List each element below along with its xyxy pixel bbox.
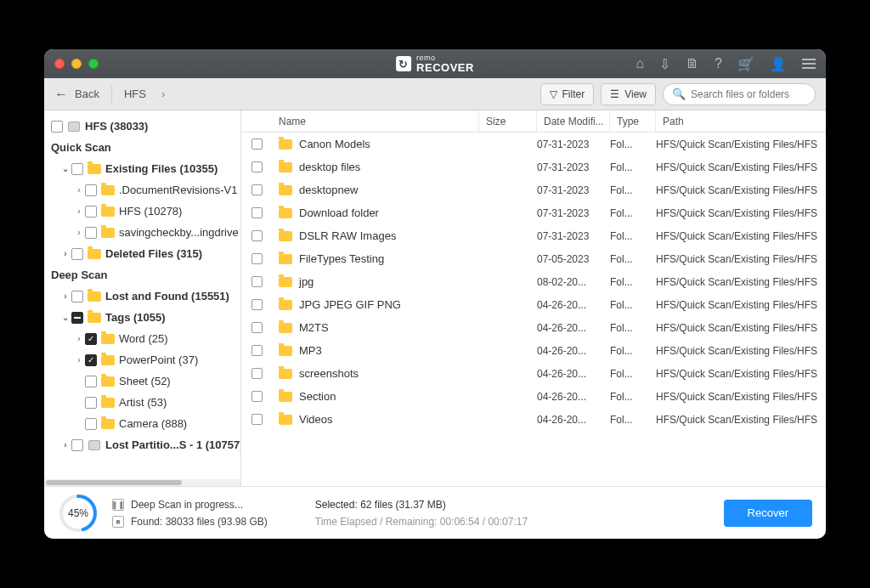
- tree-item[interactable]: › savingcheckby...ingdrive: [44, 222, 241, 243]
- tree-label: Sheet (52): [119, 375, 241, 387]
- header-name[interactable]: Name: [272, 110, 479, 132]
- table-row[interactable]: M2TS04-26-20...Fol...HFS/Quick Scan/Exis…: [241, 316, 826, 339]
- row-checkbox[interactable]: [251, 414, 263, 425]
- header-date[interactable]: Date Modifi...: [537, 110, 610, 132]
- collapse-icon[interactable]: ⌄: [59, 164, 71, 173]
- expand-icon[interactable]: ›: [59, 249, 71, 258]
- sidebar-scrollbar[interactable]: [44, 479, 240, 486]
- checkbox[interactable]: [51, 121, 63, 133]
- search-input[interactable]: [691, 88, 806, 100]
- table-row[interactable]: desktop files07-31-2023Fol...HFS/Quick S…: [241, 155, 826, 178]
- expand-icon[interactable]: ›: [59, 291, 71, 301]
- table-row[interactable]: DSLR RAW Images07-31-2023Fol...HFS/Quick…: [241, 224, 826, 247]
- tree-lost-found[interactable]: › Lost and Found (15551): [44, 286, 241, 307]
- checkbox[interactable]: [85, 184, 97, 196]
- row-name: jpg: [299, 275, 314, 288]
- expand-icon[interactable]: ›: [73, 185, 85, 195]
- view-button[interactable]: ☰ View: [601, 83, 656, 105]
- download-icon[interactable]: ⇩: [659, 56, 670, 72]
- row-type: Fol...: [610, 253, 656, 265]
- row-checkbox[interactable]: [251, 139, 263, 150]
- drive-icon: [66, 121, 82, 133]
- table-row[interactable]: MP304-26-20...Fol...HFS/Quick Scan/Exist…: [241, 339, 826, 362]
- row-checkbox[interactable]: [251, 230, 263, 241]
- tree-root[interactable]: HFS (38033): [44, 116, 241, 137]
- minimize-window[interactable]: [71, 59, 82, 69]
- zoom-window[interactable]: [88, 59, 99, 69]
- checkbox-checked[interactable]: ✓: [85, 333, 97, 345]
- row-type: Fol...: [610, 184, 656, 196]
- checkbox-mixed[interactable]: [71, 312, 83, 324]
- menu-icon[interactable]: [802, 59, 816, 69]
- tree-tags[interactable]: ⌄ Tags (1055): [44, 307, 241, 328]
- expand-icon[interactable]: ›: [73, 334, 85, 343]
- table-row[interactable]: Download folder07-31-2023Fol...HFS/Quick…: [241, 201, 826, 224]
- progress-ring: 45%: [58, 493, 99, 534]
- table-row[interactable]: Section04-26-20...Fol...HFS/Quick Scan/E…: [241, 385, 826, 408]
- tree-existing-files[interactable]: ⌄ Existing Files (10355): [44, 158, 241, 179]
- tree-item-camera[interactable]: Camera (888): [44, 413, 241, 434]
- table-row[interactable]: jpg08-02-20...Fol...HFS/Quick Scan/Exist…: [241, 270, 826, 293]
- tree-deleted-files[interactable]: › Deleted Files (315): [44, 243, 241, 264]
- checkbox[interactable]: [71, 163, 83, 175]
- close-window[interactable]: [54, 59, 65, 69]
- expand-icon[interactable]: ›: [73, 206, 85, 216]
- deep-scan-section[interactable]: Deep Scan ◷: [44, 264, 241, 286]
- back-button[interactable]: ← Back: [54, 87, 99, 102]
- checkbox[interactable]: [71, 291, 83, 302]
- row-checkbox[interactable]: [251, 276, 263, 287]
- table-row[interactable]: JPG JPEG GIF PNG04-26-20...Fol...HFS/Qui…: [241, 293, 826, 316]
- tree-lost-partition[interactable]: › Lost Partitio...S - 1 (10757): [44, 434, 241, 455]
- home-icon[interactable]: ⌂: [636, 56, 644, 71]
- table-row[interactable]: Canon Models07-31-2023Fol...HFS/Quick Sc…: [241, 133, 826, 155]
- checkbox[interactable]: [85, 418, 97, 430]
- filter-button[interactable]: ▽ Filter: [540, 83, 595, 105]
- column-headers: Name Size Date Modifi... Type Path: [241, 110, 826, 133]
- tree-item[interactable]: › .DocumentRevisions-V1: [44, 179, 241, 201]
- expand-icon[interactable]: ›: [73, 355, 85, 365]
- row-checkbox[interactable]: [251, 368, 263, 379]
- row-checkbox[interactable]: [251, 345, 263, 356]
- quick-scan-section[interactable]: Quick Scan ✓: [44, 137, 241, 158]
- header-type[interactable]: Type: [610, 110, 656, 132]
- search-box[interactable]: 🔍: [663, 83, 816, 105]
- tree-item-word[interactable]: › ✓ Word (25): [44, 328, 241, 349]
- tree-label: Camera (888): [119, 417, 241, 430]
- tree-item-sheet[interactable]: Sheet (52): [44, 370, 241, 392]
- row-checkbox[interactable]: [251, 322, 263, 333]
- collapse-icon[interactable]: ⌄: [59, 313, 71, 322]
- header-size[interactable]: Size: [479, 110, 537, 132]
- drive-icon: [87, 439, 102, 451]
- table-row[interactable]: FileTypes Testing07-05-2023Fol...HFS/Qui…: [241, 247, 826, 270]
- expand-icon[interactable]: ›: [73, 228, 85, 237]
- checkbox[interactable]: [85, 227, 97, 239]
- recover-button[interactable]: Recover: [724, 500, 812, 527]
- row-checkbox[interactable]: [251, 161, 263, 172]
- tree-item[interactable]: › HFS (10278): [44, 201, 241, 222]
- checkbox[interactable]: [85, 206, 97, 218]
- row-checkbox[interactable]: [251, 253, 263, 264]
- table-row[interactable]: Videos04-26-20...Fol...HFS/Quick Scan/Ex…: [241, 408, 826, 431]
- help-icon[interactable]: ?: [715, 56, 722, 71]
- stop-icon[interactable]: ■: [112, 516, 124, 528]
- checkbox-checked[interactable]: ✓: [85, 354, 97, 366]
- document-icon[interactable]: 🗎: [686, 56, 699, 71]
- checkbox[interactable]: [71, 248, 83, 260]
- user-icon[interactable]: 👤: [770, 56, 787, 72]
- crumb-current[interactable]: HFS: [124, 88, 146, 100]
- checkbox[interactable]: [85, 376, 97, 387]
- table-row[interactable]: desktopnew07-31-2023Fol...HFS/Quick Scan…: [241, 178, 826, 201]
- tree-item-artist[interactable]: Artist (53): [44, 392, 241, 413]
- row-checkbox[interactable]: [251, 299, 263, 310]
- table-row[interactable]: screenshots04-26-20...Fol...HFS/Quick Sc…: [241, 362, 826, 385]
- tree-item-ppt[interactable]: › ✓ PowerPoint (37): [44, 349, 241, 370]
- expand-icon[interactable]: ›: [59, 440, 71, 449]
- row-checkbox[interactable]: [251, 391, 263, 402]
- row-checkbox[interactable]: [251, 207, 263, 218]
- checkbox[interactable]: [85, 397, 97, 409]
- cart-icon[interactable]: 🛒: [737, 56, 754, 72]
- header-path[interactable]: Path: [656, 110, 826, 132]
- row-checkbox[interactable]: [251, 184, 263, 195]
- pause-icon[interactable]: ❚❚: [112, 499, 124, 511]
- checkbox[interactable]: [71, 439, 83, 451]
